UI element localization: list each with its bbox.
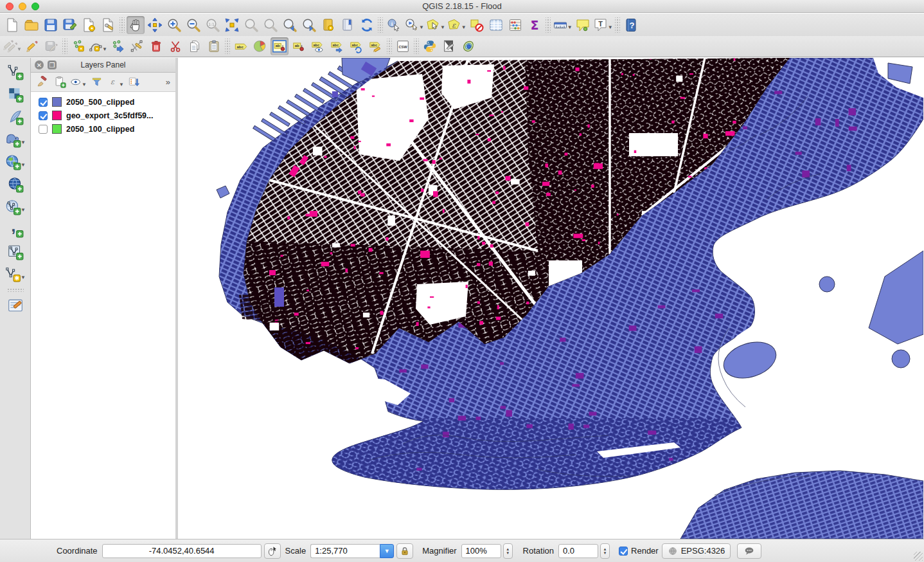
dropdown-arrow-icon[interactable]: ▼	[21, 207, 26, 213]
add-wms-layer-icon[interactable]: ▼	[4, 153, 26, 171]
add-wfs-layer-icon[interactable]: ▼	[4, 198, 26, 216]
layer-labeling-icon[interactable]	[232, 37, 250, 55]
move-feature-icon[interactable]	[109, 37, 127, 55]
layer-visibility-checkbox[interactable]	[39, 98, 48, 107]
toggle-editing-icon[interactable]	[23, 37, 41, 55]
node-tool-icon[interactable]	[128, 37, 146, 55]
zoom-next-icon[interactable]	[300, 16, 318, 34]
deselect-features-icon[interactable]	[468, 16, 486, 34]
crs-status-button[interactable]: EPSG:4326	[662, 543, 731, 559]
text-annotation-icon[interactable]: ▼	[593, 16, 613, 34]
magnifier-input[interactable]: 100%	[461, 544, 501, 558]
lock-scale-button[interactable]	[396, 543, 413, 559]
dropdown-arrow-icon[interactable]: ▼	[608, 24, 613, 30]
save-layer-edits-icon[interactable]	[42, 37, 60, 55]
rotation-stepper[interactable]: ▲▼	[600, 543, 610, 559]
expand-collapse-icon[interactable]	[127, 75, 142, 90]
identify-features-icon[interactable]	[385, 16, 403, 34]
add-wcs-layer-icon[interactable]	[6, 176, 24, 194]
dropdown-arrow-icon[interactable]: ▼	[119, 82, 124, 87]
open-attribute-table-icon[interactable]	[487, 16, 505, 34]
dropdown-arrow-icon[interactable]: ▼	[21, 275, 26, 280]
scale-combobox[interactable]: 1:25,770 ▼	[310, 544, 394, 558]
dropdown-arrow-icon[interactable]: ▼	[17, 46, 22, 52]
resize-grip[interactable]	[914, 552, 923, 561]
move-label-icon[interactable]	[328, 37, 346, 55]
zoom-to-layer-icon[interactable]	[262, 16, 280, 34]
show-hide-labels-icon[interactable]	[309, 37, 327, 55]
zoom-to-selection-icon[interactable]	[242, 16, 260, 34]
layer-visibility-checkbox[interactable]	[39, 125, 48, 134]
add-group-icon[interactable]	[52, 75, 67, 90]
metasearch-csw-icon[interactable]	[394, 37, 412, 55]
pin-unpin-labels-icon[interactable]	[290, 37, 308, 55]
new-shapefile-layer-icon[interactable]	[6, 243, 24, 261]
new-bookmark-icon[interactable]	[319, 16, 337, 34]
magnifier-stepper[interactable]: ▲▼	[503, 543, 513, 559]
select-features-icon[interactable]: ▼	[425, 16, 445, 34]
labeling-options-icon[interactable]	[271, 37, 289, 55]
layer-row[interactable]: 2050_100_clipped	[31, 122, 175, 136]
copy-features-icon[interactable]	[186, 37, 204, 55]
chevron-down-icon[interactable]: ▼	[380, 544, 394, 558]
show-bookmarks-icon[interactable]	[339, 16, 357, 34]
save-project-as-icon[interactable]	[61, 16, 79, 34]
add-feature-icon[interactable]	[69, 37, 87, 55]
circular-string-icon[interactable]: ▼	[89, 37, 107, 55]
add-virtual-layer-icon[interactable]: ▼	[4, 266, 26, 284]
dropdown-arrow-icon[interactable]: ▼	[419, 24, 424, 30]
zoom-native-icon[interactable]	[204, 16, 222, 34]
dropdown-arrow-icon[interactable]: ▼	[82, 82, 87, 87]
new-project-icon[interactable]	[3, 16, 21, 34]
dropdown-arrow-icon[interactable]: ▼	[567, 24, 573, 30]
layer-row[interactable]: 2050_500_clipped	[31, 95, 175, 109]
add-postgis-layer-icon[interactable]: ▼	[4, 131, 26, 149]
dropdown-arrow-icon[interactable]: ▼	[21, 140, 26, 145]
dropdown-arrow-icon[interactable]: ▼	[461, 24, 466, 30]
manage-visibility-icon[interactable]: ▼	[70, 75, 87, 90]
delete-selected-icon[interactable]	[147, 37, 165, 55]
zoom-last-icon[interactable]	[281, 16, 299, 34]
composer-manager-icon[interactable]	[100, 16, 118, 34]
form-annotation-icon[interactable]	[6, 296, 24, 314]
message-log-button[interactable]	[737, 543, 761, 559]
python-console-icon[interactable]	[421, 37, 439, 55]
new-print-composer-icon[interactable]	[80, 16, 98, 34]
statistics-icon[interactable]	[526, 16, 544, 34]
layer-styling-icon[interactable]	[34, 75, 49, 90]
dropdown-arrow-icon[interactable]: ▼	[102, 46, 107, 52]
dropdown-arrow-icon[interactable]: ▼	[21, 162, 26, 168]
filter-legend-icon[interactable]	[89, 75, 105, 90]
contour-plugin-icon[interactable]	[459, 37, 477, 55]
dropdown-arrow-icon[interactable]: ▼	[440, 24, 445, 30]
cut-features-icon[interactable]	[166, 37, 184, 55]
field-calculator-icon[interactable]	[506, 16, 524, 34]
open-project-icon[interactable]	[22, 16, 40, 34]
run-feature-action-icon[interactable]: ▼	[404, 16, 424, 34]
layer-row[interactable]: geo_export_3c5fdf59...	[31, 109, 175, 122]
layer-diagram-icon[interactable]	[251, 37, 269, 55]
layer-visibility-checkbox[interactable]	[39, 111, 48, 120]
rotation-input[interactable]: 0.0	[558, 544, 598, 558]
render-checkbox[interactable]	[619, 547, 628, 556]
coordinate-input[interactable]: -74.0452,40.6544	[102, 544, 262, 558]
add-delimited-text-icon[interactable]	[6, 221, 24, 239]
paste-features-icon[interactable]	[205, 37, 223, 55]
toggle-extents-button[interactable]	[264, 543, 281, 559]
panel-overflow-icon[interactable]: »	[166, 77, 170, 87]
pan-to-selection-icon[interactable]	[146, 16, 164, 34]
zoom-in-icon[interactable]	[165, 16, 183, 34]
zoom-out-icon[interactable]	[184, 16, 202, 34]
change-label-icon[interactable]	[367, 37, 385, 55]
map-tips-icon[interactable]	[574, 16, 592, 34]
add-vector-layer-icon[interactable]	[6, 63, 24, 81]
zoom-full-icon[interactable]	[223, 16, 241, 34]
pan-map-icon[interactable]	[127, 16, 145, 34]
rotate-label-icon[interactable]	[348, 37, 366, 55]
add-spatialite-layer-icon[interactable]	[6, 108, 24, 126]
refresh-icon[interactable]	[358, 16, 376, 34]
add-raster-layer-icon[interactable]	[6, 86, 24, 104]
current-edits-icon[interactable]: ▼	[3, 37, 22, 55]
save-project-icon[interactable]	[42, 16, 60, 34]
help-icon[interactable]	[622, 16, 640, 34]
